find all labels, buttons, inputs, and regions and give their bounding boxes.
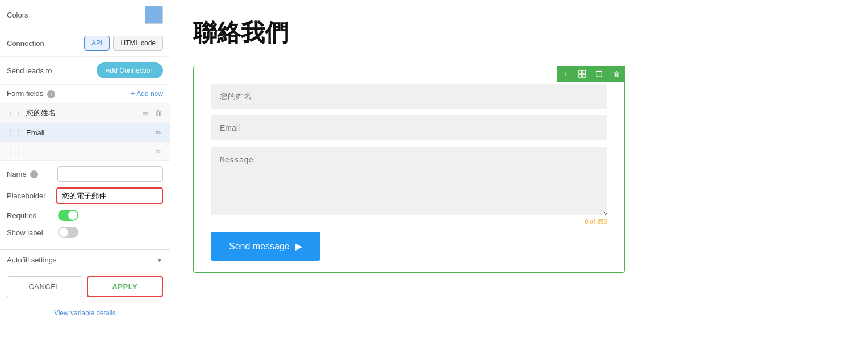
page-title: 聯絡我們	[193, 17, 845, 49]
required-toggle[interactable]: ✓	[58, 210, 78, 221]
form-toolbar: + ❐ 🗑	[557, 66, 625, 82]
form-message-group: 0 of 350	[211, 147, 607, 225]
form-message-textarea[interactable]	[211, 147, 607, 215]
drag-handle-icon: ⋮⋮	[7, 128, 23, 137]
form-email-group	[211, 115, 607, 140]
edit-field-button[interactable]: ✏	[141, 109, 150, 118]
name-input[interactable]	[57, 166, 163, 182]
autofill-row[interactable]: Autofill settings ▼	[0, 250, 170, 270]
view-variable-link[interactable]: View variable details	[0, 303, 170, 323]
name-row: Name i	[7, 166, 163, 182]
chevron-down-icon: ▼	[156, 256, 163, 264]
drag-handle-icon: ⋮⋮	[7, 109, 23, 118]
form-fields-row: Form fields i + Add new	[0, 85, 170, 103]
action-buttons-row: CANCEL APPLY	[0, 270, 170, 303]
tab-html[interactable]: HTML code	[113, 36, 163, 51]
sub-form: Name i Placeholder Required ✓ Show label	[0, 161, 170, 250]
toolbar-grid-button[interactable]	[574, 66, 591, 82]
colors-label: Colors	[7, 11, 145, 19]
toolbar-copy-button[interactable]: ❐	[591, 66, 608, 82]
required-label: Required	[7, 211, 58, 220]
field-actions: ✏ 🗑	[141, 109, 163, 118]
field-actions: ✏	[155, 147, 163, 156]
svg-rect-1	[583, 70, 586, 73]
info-icon: i	[47, 90, 55, 98]
autofill-label: Autofill settings	[7, 256, 156, 264]
svg-rect-2	[579, 74, 582, 77]
add-connection-button[interactable]: Add Connection	[97, 62, 163, 78]
send-leads-row: Send leads to Add Connection	[0, 57, 170, 85]
toggle-check-icon: ✓	[72, 211, 77, 218]
right-panel: 聯絡我們 + ❐ 🗑 0 of	[170, 0, 868, 346]
left-panel: Colors Connection API HTML code Send lea…	[0, 0, 170, 346]
apply-button[interactable]: APPLY	[87, 276, 164, 297]
toolbar-delete-button[interactable]: 🗑	[608, 66, 625, 82]
show-label-row: Show label	[7, 227, 163, 238]
form-name-group	[211, 84, 607, 109]
form-email-input[interactable]	[211, 115, 607, 140]
add-new-button[interactable]: + Add new	[131, 90, 163, 98]
char-count: 0 of 350	[211, 218, 607, 225]
placeholder-row: Placeholder	[7, 187, 163, 204]
svg-rect-3	[583, 74, 586, 77]
edit-email-button[interactable]: ✏	[155, 128, 163, 137]
show-label-label: Show label	[7, 228, 58, 237]
field-name-label: 您的姓名	[26, 108, 141, 118]
edit-extra-button[interactable]: ✏	[155, 147, 163, 156]
send-label: Send message	[229, 241, 290, 252]
drag-handle-icon: ⋮⋮	[7, 147, 23, 156]
svg-rect-0	[579, 70, 582, 73]
color-swatch[interactable]	[145, 6, 163, 24]
required-row: Required ✓	[7, 210, 163, 221]
delete-field-button[interactable]: 🗑	[153, 109, 163, 118]
connection-row: Connection API HTML code	[0, 30, 170, 57]
form-container: + ❐ 🗑 0 of 350	[193, 66, 625, 273]
form-name-input[interactable]	[211, 84, 607, 109]
send-message-button[interactable]: Send message ▶	[211, 232, 320, 261]
field-email-label: Email	[26, 128, 155, 137]
colors-row: Colors	[0, 0, 170, 30]
form-fields-label: Form fields i	[7, 89, 131, 98]
cancel-button[interactable]: CANCEL	[7, 276, 82, 297]
send-arrow-icon: ▶	[295, 241, 302, 252]
placeholder-field-label: Placeholder	[7, 191, 56, 200]
name-field-label: Name i	[7, 170, 57, 178]
field-actions: ✏	[155, 128, 163, 137]
placeholder-input[interactable]	[56, 187, 163, 204]
field-item-extra[interactable]: ⋮⋮ ✏	[0, 142, 170, 161]
field-item-email[interactable]: ⋮⋮ Email ✏	[0, 123, 170, 142]
send-leads-label: Send leads to	[7, 66, 97, 75]
tab-api[interactable]: API	[84, 36, 110, 51]
field-item-name[interactable]: ⋮⋮ 您的姓名 ✏ 🗑	[0, 103, 170, 123]
name-info-icon: i	[30, 170, 38, 178]
show-label-toggle[interactable]	[58, 227, 78, 238]
connection-label: Connection	[7, 39, 81, 48]
toolbar-add-button[interactable]: +	[557, 66, 574, 82]
